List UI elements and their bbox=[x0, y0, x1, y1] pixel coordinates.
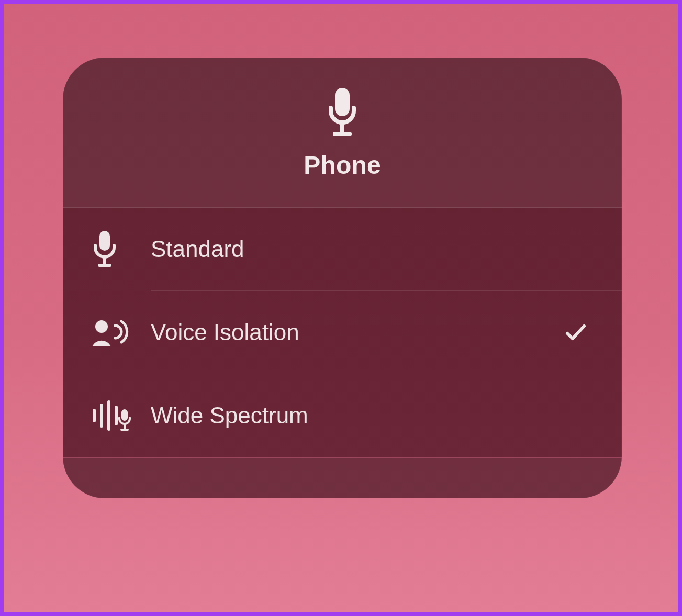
svg-rect-11 bbox=[121, 409, 128, 421]
svg-point-6 bbox=[95, 320, 108, 333]
panel-footer-area bbox=[63, 458, 622, 498]
option-label-standard: Standard bbox=[151, 236, 555, 262]
option-label-voice-isolation: Voice Isolation bbox=[151, 319, 555, 345]
panel-header: Phone bbox=[63, 58, 622, 208]
checkmark-icon bbox=[564, 321, 587, 344]
person-speaking-icon bbox=[91, 316, 132, 349]
audio-waveform-mic-icon bbox=[91, 399, 135, 432]
panel-title: Phone bbox=[304, 151, 381, 180]
svg-rect-0 bbox=[335, 88, 350, 116]
microphone-icon bbox=[323, 86, 361, 138]
option-label-wide-spectrum: Wide Spectrum bbox=[151, 402, 555, 429]
mic-mode-option-wide-spectrum[interactable]: Wide Spectrum bbox=[63, 374, 622, 457]
mic-mode-option-standard[interactable]: Standard bbox=[63, 208, 622, 290]
svg-rect-3 bbox=[99, 231, 110, 251]
microphone-icon bbox=[91, 230, 118, 268]
mic-mode-option-voice-isolation[interactable]: Voice Isolation bbox=[63, 291, 622, 374]
mic-mode-panel: Phone Standard bbox=[63, 58, 622, 498]
